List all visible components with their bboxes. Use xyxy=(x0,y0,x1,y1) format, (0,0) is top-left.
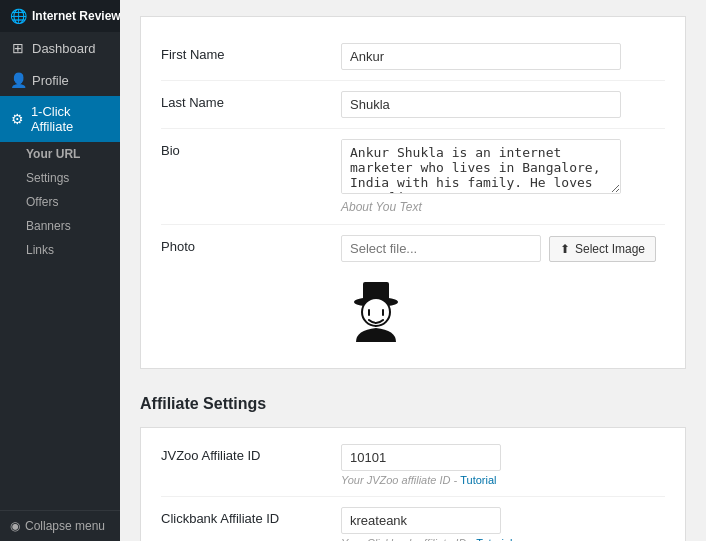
bio-label: Bio xyxy=(161,139,341,158)
main-content: First Name Last Name Bio About You Text … xyxy=(120,0,706,541)
bio-control: About You Text xyxy=(341,139,665,214)
photo-row: Photo ⬆ Select Image xyxy=(161,225,665,352)
sidebar-item-offers[interactable]: Offers xyxy=(0,190,120,214)
sidebar-item-your-url[interactable]: Your URL xyxy=(0,142,120,166)
collapse-icon: ◉ xyxy=(10,519,20,533)
jvzoo-input[interactable] xyxy=(341,444,501,471)
last-name-label: Last Name xyxy=(161,91,341,110)
first-name-label: First Name xyxy=(161,43,341,62)
sidebar-item-banners[interactable]: Banners xyxy=(0,214,120,238)
affiliate-settings-heading: Affiliate Settings xyxy=(140,385,686,427)
first-name-control xyxy=(341,43,665,70)
first-name-input[interactable] xyxy=(341,43,621,70)
sidebar-item-settings[interactable]: Settings xyxy=(0,166,120,190)
photo-control: ⬆ Select Image xyxy=(341,235,665,342)
photo-label: Photo xyxy=(161,235,341,254)
clickbank-input[interactable] xyxy=(341,507,501,534)
avatar xyxy=(341,272,411,342)
profile-icon: 👤 xyxy=(10,72,26,88)
last-name-control xyxy=(341,91,665,118)
upload-icon: ⬆ xyxy=(560,242,570,256)
sidebar: 🌐 Internet Reviewer ⊞ Dashboard 👤 Profil… xyxy=(0,0,120,541)
bio-hint: About You Text xyxy=(341,200,665,214)
profile-form-section: First Name Last Name Bio About You Text … xyxy=(140,16,686,369)
last-name-row: Last Name xyxy=(161,81,665,129)
jvzoo-hint: Your JVZoo affiliate ID - Tutorial xyxy=(341,474,665,486)
jvzoo-control: Your JVZoo affiliate ID - Tutorial xyxy=(341,444,665,486)
avatar-image xyxy=(341,272,411,342)
clickbank-hint: Your Clickbank affiliate ID - Tutorial xyxy=(341,537,665,541)
sidebar-item-links[interactable]: Links xyxy=(0,238,120,262)
sidebar-item-profile[interactable]: 👤 Profile xyxy=(0,64,120,96)
affiliate-settings-section: JVZoo Affiliate ID Your JVZoo affiliate … xyxy=(140,427,686,541)
svg-point-2 xyxy=(362,298,390,326)
sidebar-item-dashboard[interactable]: ⊞ Dashboard xyxy=(0,32,120,64)
affiliate-icon: ⚙ xyxy=(10,111,25,127)
photo-input-row: ⬆ Select Image xyxy=(341,235,665,262)
select-image-button[interactable]: ⬆ Select Image xyxy=(549,236,656,262)
jvzoo-tutorial-link[interactable]: Tutorial xyxy=(460,474,496,486)
clickbank-control: Your Clickbank affiliate ID - Tutorial xyxy=(341,507,665,541)
sidebar-item-affiliate[interactable]: ⚙ 1-Click Affiliate xyxy=(0,96,120,142)
photo-file-input[interactable] xyxy=(341,235,541,262)
app-title: 🌐 Internet Reviewer xyxy=(0,0,120,32)
jvzoo-label: JVZoo Affiliate ID xyxy=(161,444,341,463)
first-name-row: First Name xyxy=(161,33,665,81)
clickbank-row: Clickbank Affiliate ID Your Clickbank af… xyxy=(161,497,665,541)
bio-row: Bio About You Text xyxy=(161,129,665,225)
bio-textarea[interactable] xyxy=(341,139,621,194)
collapse-menu-button[interactable]: ◉ Collapse menu xyxy=(0,510,120,541)
jvzoo-row: JVZoo Affiliate ID Your JVZoo affiliate … xyxy=(161,434,665,497)
dashboard-icon: ⊞ xyxy=(10,40,26,56)
last-name-input[interactable] xyxy=(341,91,621,118)
globe-icon: 🌐 xyxy=(10,8,26,24)
clickbank-tutorial-link[interactable]: Tutorial xyxy=(476,537,512,541)
clickbank-label: Clickbank Affiliate ID xyxy=(161,507,341,526)
